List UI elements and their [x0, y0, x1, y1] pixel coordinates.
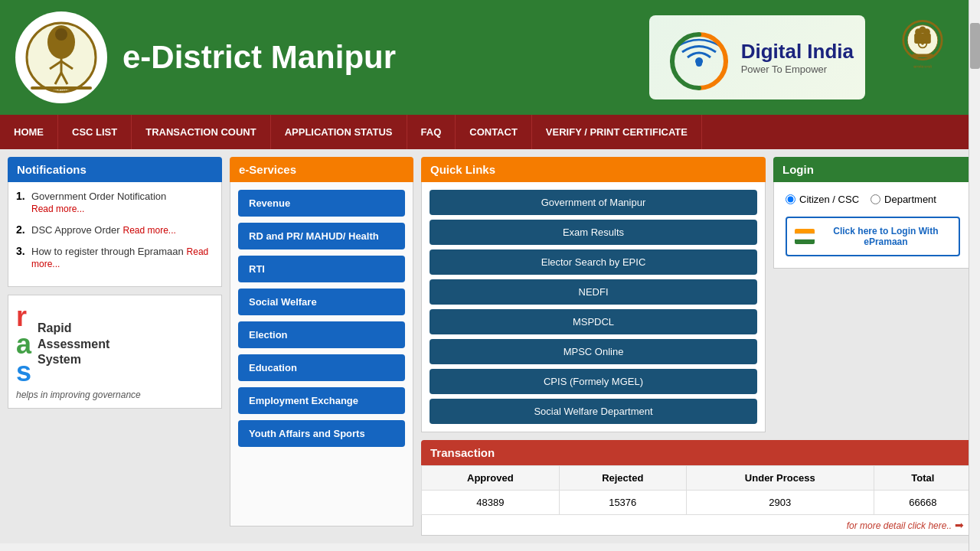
notifications-panel: Notifications 1. Government Order Notifi… [8, 157, 222, 536]
notif-num-2: 2. [16, 223, 25, 236]
login-body: Citizen / CSC Department Cl [773, 182, 972, 269]
ql-govt-manipur[interactable]: Government of Manipur [430, 190, 757, 215]
radio-department-text: Department [884, 194, 936, 205]
transaction-table: Approved Rejected Under Process Total 48… [421, 465, 972, 515]
india-flag-icon [795, 229, 815, 244]
radio-citizen-text: Citizen / CSC [799, 194, 859, 205]
radio-department[interactable] [871, 194, 880, 204]
ras-name-line2: Assessment [38, 337, 109, 353]
ras-section: r a s Rapid Assessment System helps in i… [8, 295, 222, 409]
more-detail-icon: ➡ [955, 519, 964, 531]
main-content: Notifications 1. Government Order Notifi… [0, 149, 980, 543]
ras-name-line3: System [38, 352, 109, 368]
eservices-panel: e-Services Revenue RD and PR/ MAHUD/ Hea… [230, 157, 413, 536]
manipur-logo: ਮਣੀਪੁਰ [15, 11, 107, 103]
notifications-header: Notifications [8, 157, 222, 182]
ras-logo: r a s Rapid Assessment System [16, 303, 214, 386]
ql-mpsc-online[interactable]: MPSC Online [430, 339, 757, 364]
list-item: 3. How to register through Epramaan Read… [16, 245, 214, 269]
col-under-process: Under Process [686, 466, 874, 491]
more-detail-section: for more detail click here.. ➡ [421, 515, 972, 536]
svg-point-16 [920, 27, 926, 34]
eservice-rti[interactable]: RTI [238, 256, 405, 282]
ql-cpis[interactable]: CPIS (Formely MGEL) [430, 369, 757, 394]
eservice-employment-exchange[interactable]: Employment Exchange [238, 387, 405, 414]
scrollbar-thumb[interactable] [970, 23, 980, 69]
login-header: Login [773, 157, 972, 182]
val-total: 66668 [874, 491, 972, 515]
radio-department-label[interactable]: Department [871, 194, 936, 205]
top-row: Quick Links Government of Manipur Exam R… [421, 157, 972, 432]
ras-full-name: Rapid Assessment System [38, 321, 109, 368]
ql-exam-results[interactable]: Exam Results [430, 220, 757, 245]
nav-transaction-count[interactable]: TRANSACTION COUNT [132, 115, 270, 149]
digital-india-sub: Power To Empower [741, 64, 854, 75]
col-rejected: Rejected [559, 466, 686, 491]
quicklinks-panel: Quick Links Government of Manipur Exam R… [421, 157, 766, 432]
epramaan-text: Click here to Login With ePramaan [821, 226, 951, 247]
notif-text-2: DSC Approve Order [31, 224, 120, 236]
eservices-body: Revenue RD and PR/ MAHUD/ Health RTI Soc… [230, 182, 413, 527]
login-panel: Login Citizen / CSC Department [773, 157, 972, 432]
flag-green [795, 240, 815, 244]
list-item: 1. Government Order Notification Read mo… [16, 190, 214, 214]
notif-text-1: Government Order Notification [31, 191, 166, 202]
ras-tagline: helps in improving governance [16, 390, 214, 400]
svg-point-10 [696, 60, 702, 67]
col-approved: Approved [422, 466, 560, 491]
nav-home[interactable]: HOME [0, 115, 58, 149]
eservice-revenue[interactable]: Revenue [238, 190, 405, 217]
india-emblem: सत्यमेव जयते [880, 11, 965, 103]
svg-rect-9 [31, 86, 92, 90]
svg-text:सत्यमेव जयते: सत्यमेव जयते [913, 64, 932, 69]
col-total: Total [874, 466, 972, 491]
read-more-2[interactable]: Read more... [123, 225, 176, 236]
flag-white [795, 233, 815, 240]
more-detail-link[interactable]: for more detail click here.. [847, 520, 952, 531]
svg-point-18 [921, 42, 924, 45]
ras-letter-s: s [16, 358, 31, 386]
eservice-education[interactable]: Education [238, 354, 405, 381]
ras-name-line1: Rapid [38, 321, 109, 337]
header: ਮਣੀਪੁਰ e-District Manipur Digital India … [0, 0, 980, 115]
quicklinks-body: Government of Manipur Exam Results Elect… [421, 182, 766, 432]
svg-rect-19 [913, 54, 933, 58]
login-radio-group: Citizen / CSC Department [786, 194, 960, 205]
notifications-list: 1. Government Order Notification Read mo… [16, 190, 214, 269]
ras-letter-a: a [16, 331, 31, 358]
nav-verify-print[interactable]: VERIFY / PRINT CERTIFICATE [532, 115, 702, 149]
eservices-header: e-Services [230, 157, 413, 182]
ql-mspdcl[interactable]: MSPDCL [430, 309, 757, 334]
transaction-header: Transaction [421, 440, 972, 465]
nav-contact[interactable]: CONTACT [456, 115, 532, 149]
ql-elector-search[interactable]: Elector Search by EPIC [430, 249, 757, 275]
quicklinks-header: Quick Links [421, 157, 766, 182]
radio-citizen[interactable] [786, 194, 795, 204]
val-rejected: 15376 [559, 491, 686, 515]
notif-text-3: How to register through Epramaan [31, 246, 184, 257]
read-more-1[interactable]: Read more... [31, 204, 84, 214]
digital-india-brand: Digital India [741, 40, 854, 64]
transaction-panel: Transaction Approved Rejected Under Proc… [421, 440, 972, 536]
digital-india-icon [661, 19, 737, 96]
ras-letter-r: r [16, 303, 31, 331]
scrollbar[interactable] [969, 0, 980, 543]
ras-letters: r a s [16, 303, 31, 386]
svg-point-2 [55, 28, 67, 41]
ql-nedfi[interactable]: NEDFI [430, 279, 757, 305]
eservice-election[interactable]: Election [238, 321, 405, 348]
eservice-rd-pr[interactable]: RD and PR/ MAHUD/ Health [238, 223, 405, 249]
radio-citizen-label[interactable]: Citizen / CSC [786, 194, 859, 205]
nav-application-status[interactable]: APPLICATION STATUS [271, 115, 407, 149]
ql-social-welfare-dept[interactable]: Social Welfare Department [430, 399, 757, 424]
val-under-process: 2903 [686, 491, 874, 515]
site-title: e-District Manipur [122, 39, 649, 76]
nav-faq[interactable]: FAQ [407, 115, 456, 149]
eservice-social-welfare[interactable]: Social Welfare [238, 289, 405, 315]
navbar: HOME CSC LIST TRANSACTION COUNT APPLICAT… [0, 115, 980, 149]
notifications-body: 1. Government Order Notification Read mo… [8, 182, 222, 287]
notif-num-3: 3. [16, 245, 25, 257]
eservice-youth-affairs[interactable]: Youth Affairs and Sports [238, 420, 405, 447]
epramaan-login-button[interactable]: Click here to Login With ePramaan [786, 217, 960, 256]
nav-csc-list[interactable]: CSC LIST [58, 115, 132, 149]
